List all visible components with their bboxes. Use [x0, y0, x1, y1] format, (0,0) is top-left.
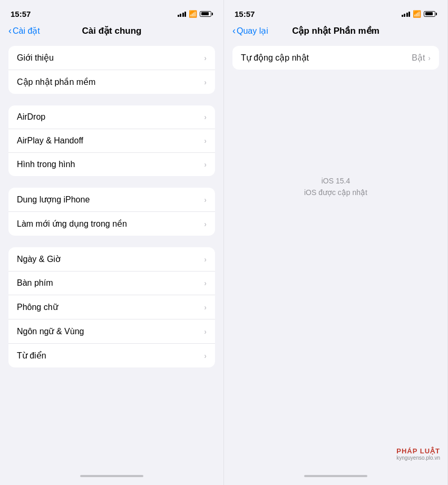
ios-status: iOS được cập nhật: [304, 187, 367, 198]
chevron-icon: ›: [204, 327, 207, 336]
settings-row-dung-luong[interactable]: Dung lượng iPhone ›: [8, 188, 215, 212]
right-status-bar: 15:57 📶: [224, 0, 447, 23]
settings-group-3: Dung lượng iPhone › Làm mới ứng dụng tro…: [8, 188, 215, 236]
row-right: ›: [204, 279, 207, 287]
auto-update-group: Tự động cập nhật Bật ›: [232, 46, 439, 70]
left-status-icons: 📶: [178, 10, 213, 18]
row-right: ›: [204, 220, 207, 228]
row-label: Ngôn ngữ & Vùng: [17, 326, 84, 336]
watermark: PHÁP LUẬT kynguyenso.plo.vn: [396, 447, 440, 461]
settings-row-ngay-gio[interactable]: Ngày & Giờ ›: [8, 247, 215, 271]
left-back-label: Cài đặt: [13, 26, 40, 36]
left-home-indicator: [0, 470, 223, 485]
left-phone-panel: 15:57 📶 ‹ Cài đặt Cài đặt chung: [0, 0, 224, 485]
settings-row-airplay[interactable]: AirPlay & Handoff ›: [8, 129, 215, 153]
chevron-icon: ›: [204, 78, 207, 86]
watermark-logo: PHÁP LUẬT: [396, 447, 440, 455]
row-right: Bật ›: [412, 53, 431, 63]
settings-row-airdrop[interactable]: AirDrop ›: [8, 105, 215, 129]
right-phone-panel: 15:57 📶 ‹ Quay lại Cập nhật Phần mềm: [224, 0, 448, 485]
settings-group-2: AirDrop › AirPlay & Handoff › Hình trong…: [8, 105, 215, 176]
row-right: ›: [204, 78, 207, 86]
left-status-bar: 15:57 📶: [0, 0, 223, 23]
settings-row-phong-chu[interactable]: Phông chữ ›: [8, 295, 215, 319]
right-content: Tự động cập nhật Bật › iOS 15.4 iOS được…: [224, 42, 447, 470]
row-label: Cập nhật phần mềm: [17, 77, 95, 87]
settings-group-1: Giới thiệu › Cập nhật phần mềm ›: [8, 46, 215, 94]
settings-row-ban-phim[interactable]: Bàn phím ›: [8, 271, 215, 295]
chevron-icon: ›: [204, 137, 207, 145]
chevron-icon: ›: [204, 113, 207, 121]
signal-icon: [178, 11, 187, 17]
settings-row-lam-moi[interactable]: Làm mới ứng dụng trong nền ›: [8, 212, 215, 236]
row-label: AirPlay & Handoff: [17, 136, 83, 146]
settings-row-auto-update[interactable]: Tự động cập nhật Bật ›: [232, 46, 439, 70]
right-nav-title: Cập nhật Phần mềm: [292, 25, 379, 36]
settings-row-hinh-trong-hinh[interactable]: Hình trong hình ›: [8, 153, 215, 176]
row-right: ›: [204, 352, 207, 360]
ios-info: iOS 15.4 iOS được cập nhật: [232, 175, 439, 199]
row-right: ›: [204, 113, 207, 121]
back-chevron-icon: ‹: [232, 26, 236, 35]
row-label: Từ điển: [17, 351, 46, 361]
row-value: Bật: [412, 53, 425, 63]
row-label: Ngày & Giờ: [17, 254, 61, 264]
row-right: ›: [204, 196, 207, 204]
row-right: ›: [204, 137, 207, 145]
settings-group-4: Ngày & Giờ › Bàn phím › Phông chữ › Ngôn…: [8, 247, 215, 367]
row-label: Giới thiệu: [17, 53, 54, 63]
row-label: Làm mới ứng dụng trong nền: [17, 219, 127, 229]
right-home-indicator: [224, 470, 447, 485]
back-chevron-icon: ‹: [8, 26, 12, 35]
row-label: Tự động cập nhật: [241, 53, 309, 63]
row-label: Phông chữ: [17, 302, 58, 312]
row-right: ›: [204, 327, 207, 336]
wifi-icon: 📶: [413, 10, 421, 18]
left-nav-title: Cài đặt chung: [82, 25, 142, 36]
left-back-button[interactable]: ‹ Cài đặt: [8, 26, 40, 36]
chevron-icon: ›: [428, 54, 431, 62]
right-nav-bar: ‹ Quay lại Cập nhật Phần mềm: [224, 23, 447, 42]
chevron-icon: ›: [204, 255, 207, 264]
row-right: ›: [204, 255, 207, 264]
chevron-icon: ›: [204, 279, 207, 287]
settings-row-gioi-thieu[interactable]: Giới thiệu ›: [8, 46, 215, 70]
chevron-icon: ›: [204, 54, 207, 62]
left-nav-bar: ‹ Cài đặt Cài đặt chung: [0, 23, 223, 42]
row-label: AirDrop: [17, 112, 45, 122]
row-right: ›: [204, 160, 207, 169]
settings-row-ngon-ngu[interactable]: Ngôn ngữ & Vùng ›: [8, 319, 215, 344]
chevron-icon: ›: [204, 220, 207, 228]
watermark-sub: kynguyenso.plo.vn: [396, 455, 440, 461]
chevron-icon: ›: [204, 303, 207, 312]
chevron-icon: ›: [204, 352, 207, 360]
chevron-icon: ›: [204, 196, 207, 204]
battery-icon: [424, 11, 437, 17]
wifi-icon: 📶: [189, 10, 197, 18]
battery-icon: [200, 11, 213, 17]
right-status-time: 15:57: [235, 9, 255, 18]
ios-version: iOS 15.4: [322, 175, 350, 187]
row-label: Bàn phím: [17, 278, 53, 288]
chevron-icon: ›: [204, 160, 207, 169]
right-back-label: Quay lại: [237, 26, 268, 36]
signal-icon: [402, 11, 411, 17]
settings-row-tu-dien[interactable]: Từ điển ›: [8, 344, 215, 367]
left-status-time: 15:57: [11, 9, 31, 18]
left-content: Giới thiệu › Cập nhật phần mềm › AirDrop…: [0, 42, 223, 470]
settings-row-cap-nhat[interactable]: Cập nhật phần mềm ›: [8, 70, 215, 94]
row-right: ›: [204, 54, 207, 62]
row-label: Hình trong hình: [17, 160, 75, 169]
right-status-icons: 📶: [402, 10, 437, 18]
row-label: Dung lượng iPhone: [17, 195, 90, 205]
right-back-button[interactable]: ‹ Quay lại: [232, 26, 268, 36]
row-right: ›: [204, 303, 207, 312]
